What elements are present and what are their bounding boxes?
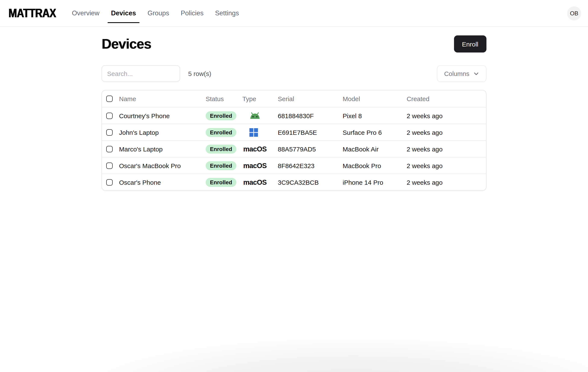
macos-wordmark: macOS [243,162,267,170]
table-row[interactable]: Oscar's Phone Enrolled macOS 3C9CA32BCB … [102,174,486,190]
device-serial: E691E7BA5E [278,129,343,136]
device-created: 2 weeks ago [407,145,486,153]
device-name: Marco's Laptop [119,145,206,153]
device-name: Oscar's Phone [119,178,206,186]
search-input[interactable] [102,65,180,82]
nav-item-overview[interactable]: Overview [72,0,99,26]
top-navigation-bar: MATTRAX Overview Devices Groups Policies… [0,0,588,27]
device-serial: 3C9CA32BCB [278,178,343,186]
device-created: 2 weeks ago [407,178,486,186]
device-name: Oscar's MacBook Pro [119,162,206,169]
nav-item-groups[interactable]: Groups [147,0,169,26]
nav-item-devices[interactable]: Devices [111,0,136,26]
row-checkbox[interactable] [106,129,113,135]
user-avatar[interactable]: OB [567,6,581,20]
table-row[interactable]: Courtney's Phone Enrolled 681884830F Pix… [102,107,486,124]
device-model: MacBook Air [343,145,407,153]
column-header-type[interactable]: Type [242,95,278,102]
page-header: Devices Enroll [102,35,486,52]
device-serial: 88A5779AD5 [278,145,343,153]
enroll-button[interactable]: Enroll [454,35,486,52]
columns-dropdown-button[interactable]: Columns [437,65,486,82]
bottom-vignette [0,325,588,372]
status-badge: Enrolled [206,128,236,137]
columns-dropdown-label: Columns [444,70,469,77]
main-nav: Overview Devices Groups Policies Setting… [72,0,239,26]
column-header-model[interactable]: Model [343,95,407,102]
status-badge: Enrolled [206,111,236,120]
device-model: Surface Pro 6 [343,129,407,136]
windows-icon [249,128,258,137]
nav-item-settings[interactable]: Settings [215,0,239,26]
device-created: 2 weeks ago [407,129,486,136]
device-name: Courtney's Phone [119,112,206,119]
table-row[interactable]: John's Laptop Enrolled E691E7BA5E Surfac… [102,124,486,141]
status-badge: Enrolled [206,145,236,153]
page-content: Devices Enroll 5 row(s) Columns Name Sta… [102,35,486,191]
nav-item-policies[interactable]: Policies [181,0,204,26]
device-serial: 8F8642E323 [278,162,343,169]
status-badge: Enrolled [206,178,236,187]
macos-wordmark: macOS [243,178,267,186]
select-all-checkbox[interactable] [106,95,113,102]
devices-table: Name Status Type Serial Model Created Co… [102,90,486,191]
device-created: 2 weeks ago [407,162,486,169]
column-header-status[interactable]: Status [206,95,242,102]
app-window: MATTRAX Overview Devices Groups Policies… [0,0,588,372]
table-row[interactable]: Marco's Laptop Enrolled macOS 88A5779AD5… [102,141,486,157]
row-checkbox[interactable] [106,113,113,119]
device-model: iPhone 14 Pro [343,178,407,186]
column-header-created[interactable]: Created [407,95,486,102]
chevron-down-icon [473,71,479,77]
device-model: MacBook Pro [343,162,407,169]
device-name: John's Laptop [119,129,206,136]
column-header-name[interactable]: Name [119,95,206,102]
row-count-label: 5 row(s) [188,70,211,77]
table-row[interactable]: Oscar's MacBook Pro Enrolled macOS 8F864… [102,157,486,174]
row-checkbox[interactable] [106,179,113,185]
table-toolbar: 5 row(s) Columns [102,65,486,82]
row-checkbox[interactable] [106,162,113,169]
table-header-row: Name Status Type Serial Model Created [102,91,486,107]
row-checkbox[interactable] [106,146,113,152]
brand-logo[interactable]: MATTRAX [9,6,56,20]
column-header-serial[interactable]: Serial [278,95,343,102]
status-badge: Enrolled [206,161,236,170]
device-created: 2 weeks ago [407,112,486,119]
macos-wordmark: macOS [243,145,267,153]
android-icon [249,112,261,119]
page-title: Devices [102,35,151,52]
device-model: Pixel 8 [343,112,407,119]
device-serial: 681884830F [278,112,343,119]
